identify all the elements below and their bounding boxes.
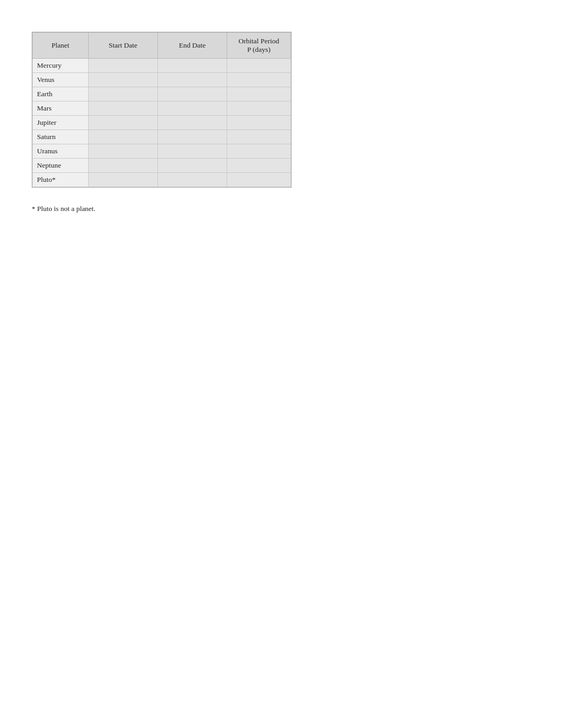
table-row: Neptune [33, 159, 291, 173]
orbital-period-cell [227, 59, 291, 73]
planet-cell: Jupiter [33, 116, 89, 130]
start-date-cell [88, 116, 157, 130]
orbital-period-cell [227, 116, 291, 130]
start-date-cell [88, 59, 157, 73]
end-date-cell [157, 59, 227, 73]
table-row: Saturn [33, 130, 291, 144]
end-date-cell [157, 173, 227, 187]
column-header-start-date: Start Date [88, 33, 157, 59]
planet-cell: Mercury [33, 59, 89, 73]
start-date-cell [88, 173, 157, 187]
column-header-planet: Planet [33, 33, 89, 59]
orbital-period-cell [227, 130, 291, 144]
end-date-cell [157, 130, 227, 144]
footnote-text: * Pluto is not a planet. [32, 205, 561, 213]
planet-cell: Venus [33, 73, 89, 87]
end-date-cell [157, 87, 227, 102]
table-row: Venus [33, 73, 291, 87]
planet-cell: Mars [33, 102, 89, 116]
planet-cell: Earth [33, 87, 89, 102]
planet-cell: Uranus [33, 144, 89, 159]
table-row: Mars [33, 102, 291, 116]
orbital-period-cell [227, 159, 291, 173]
table-row: Earth [33, 87, 291, 102]
start-date-cell [88, 73, 157, 87]
table-row: Pluto* [33, 173, 291, 187]
orbital-period-cell [227, 173, 291, 187]
planets-table: Planet Start Date End Date Orbital Perio… [32, 32, 291, 187]
end-date-cell [157, 73, 227, 87]
planet-cell: Saturn [33, 130, 89, 144]
orbital-period-cell [227, 73, 291, 87]
orbital-period-cell [227, 144, 291, 159]
end-date-cell [157, 102, 227, 116]
column-header-end-date: End Date [157, 33, 227, 59]
table-row: Jupiter [33, 116, 291, 130]
planet-cell: Pluto* [33, 173, 89, 187]
orbital-period-cell [227, 87, 291, 102]
start-date-cell [88, 87, 157, 102]
planets-table-container: Planet Start Date End Date Orbital Perio… [32, 32, 292, 188]
start-date-cell [88, 102, 157, 116]
start-date-cell [88, 144, 157, 159]
table-row: Mercury [33, 59, 291, 73]
end-date-cell [157, 159, 227, 173]
end-date-cell [157, 144, 227, 159]
start-date-cell [88, 159, 157, 173]
table-row: Uranus [33, 144, 291, 159]
planet-cell: Neptune [33, 159, 89, 173]
end-date-cell [157, 116, 227, 130]
column-header-orbital-period: Orbital PeriodP (days) [227, 33, 291, 59]
start-date-cell [88, 130, 157, 144]
orbital-period-cell [227, 102, 291, 116]
